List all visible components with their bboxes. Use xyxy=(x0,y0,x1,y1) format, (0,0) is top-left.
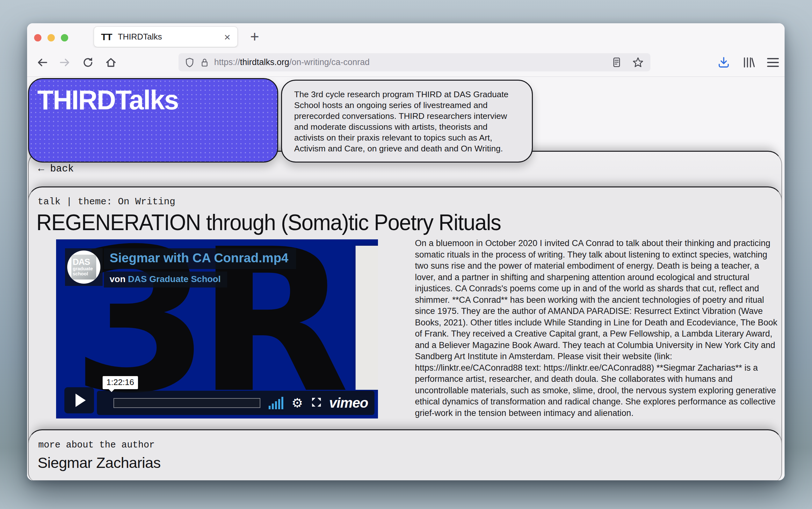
talk-description: On a bluemoon in October 2020 I invited … xyxy=(415,238,778,419)
das-logo-line: school xyxy=(73,271,96,276)
reader-mode-icon[interactable] xyxy=(611,57,622,68)
bookmark-star-icon[interactable] xyxy=(632,57,644,69)
vimeo-logo[interactable]: vimeo xyxy=(329,395,368,411)
uploader-avatar[interactable]: DAS graduate school xyxy=(65,248,103,286)
author-name[interactable]: Siegmar Zacharias xyxy=(38,454,161,471)
address-bar[interactable]: https://thirdtalks.org/on-writing/ca-con… xyxy=(178,53,650,71)
das-logo-line: graduate xyxy=(73,266,96,271)
browser-window: TT THIRDTalks × + https://thirdtalks.org… xyxy=(27,23,785,480)
brand-card[interactable]: THIRDTalks xyxy=(28,78,278,163)
play-icon xyxy=(75,394,86,407)
tab-favicon: TT xyxy=(101,32,112,42)
forward-icon[interactable] xyxy=(59,57,71,69)
tab-bar: TT THIRDTalks × + xyxy=(27,23,785,48)
menu-icon[interactable] xyxy=(767,58,779,67)
avatar-circle: DAS graduate school xyxy=(67,250,100,284)
das-logo: DAS graduate school xyxy=(71,254,96,279)
tab-thirdtalks[interactable]: TT THIRDTalks × xyxy=(94,27,238,47)
video-header: DAS graduate school Siegmar with CA Conr… xyxy=(65,248,296,287)
brand-logo-text: THIRDTalks xyxy=(37,84,178,116)
talk-meta: talk | theme: On Writing xyxy=(38,196,175,207)
vimeo-player[interactable]: 3RD DAS graduate school Siegmar with CA … xyxy=(56,239,378,418)
lock-icon[interactable] xyxy=(200,57,209,68)
zoom-window-button[interactable] xyxy=(61,34,68,41)
url-domain: thirdtalks.org xyxy=(240,57,289,67)
new-tab-button[interactable]: + xyxy=(250,28,259,45)
back-link[interactable]: ← back xyxy=(38,163,74,174)
talk-title: REGENERATION through (Soma)tic Poetry Ri… xyxy=(36,210,501,235)
minimize-window-button[interactable] xyxy=(47,34,55,41)
video-title-link[interactable]: Siegmar with CA Conrad.mp4 xyxy=(104,248,296,269)
byline-prefix: von xyxy=(110,274,128,284)
url-scheme: https:// xyxy=(214,57,240,67)
browser-toolbar: https://thirdtalks.org/on-writing/ca-con… xyxy=(27,48,785,77)
progress-bar[interactable] xyxy=(113,398,260,408)
tab-title: THIRDTalks xyxy=(118,32,224,42)
about-speech-bubble: The 3rd cycle research program THIRD at … xyxy=(281,80,533,163)
downloads-icon[interactable] xyxy=(717,56,730,69)
volume-icon[interactable] xyxy=(269,397,283,409)
das-logo-line: DAS xyxy=(73,258,96,266)
settings-gear-icon[interactable]: ⚙ xyxy=(292,397,303,409)
tab-close-icon[interactable]: × xyxy=(224,32,231,42)
tracking-shield-icon[interactable] xyxy=(185,57,195,68)
talk-panel: talk | theme: On Writing REGENERATION th… xyxy=(28,186,782,467)
video-byline: von DAS Graduate School xyxy=(104,272,227,287)
library-icon[interactable] xyxy=(742,56,755,69)
fullscreen-icon[interactable] xyxy=(311,397,322,409)
video-control-bar: ⚙ vimeo xyxy=(97,391,375,415)
back-icon[interactable] xyxy=(36,57,48,69)
url-path: /on-writing/ca-conrad xyxy=(289,57,370,67)
author-label: more about the author xyxy=(38,440,154,450)
play-button[interactable] xyxy=(64,387,94,413)
byline-owner-link[interactable]: DAS Graduate School xyxy=(128,274,221,284)
page-content: ← back talk | theme: On Writing REGENERA… xyxy=(27,77,785,480)
author-panel[interactable]: more about the author Siegmar Zacharias xyxy=(28,429,782,480)
duration-tooltip: 1:22:16 xyxy=(103,376,138,389)
home-icon[interactable] xyxy=(105,57,117,69)
reload-icon[interactable] xyxy=(82,57,94,69)
url-text[interactable]: https://thirdtalks.org/on-writing/ca-con… xyxy=(214,57,370,67)
close-window-button[interactable] xyxy=(34,34,41,41)
